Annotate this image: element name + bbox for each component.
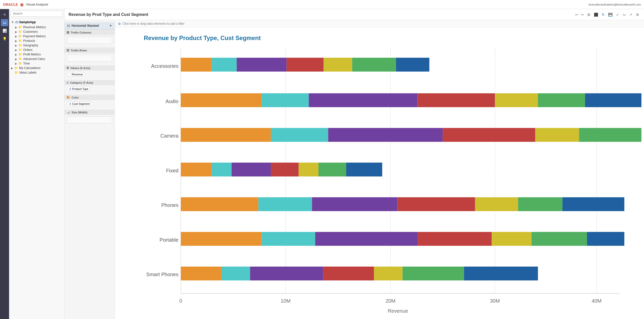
size-header[interactable]: 📊 Size (Width) [65,110,115,115]
item-arrow: ▶ [15,26,18,29]
tree-item-revenue-metrics[interactable]: ▶ 📁 Revenue Metrics [9,25,64,29]
toolbar-icons: ↩ ↪ ⊞ ⬛ ↻ 💾 ⤢ ▭ ↗ ⚙ [574,12,640,17]
tree-item-time[interactable]: ▶ 📁 Time [9,61,64,66]
tree-root-item[interactable]: ▼ 🗃 SampleApp [9,19,64,25]
y-label-smartphones: Smart Phones [146,272,179,277]
item-label: Profit Metrics [23,53,41,56]
bar-fixed-6 [346,163,382,176]
grammar-section-size: 📊 Size (Width) [65,110,115,125]
root-arrow: ▼ [11,20,14,24]
tree-item-my-calculations[interactable]: ▶ 📁 My Calculations [9,66,64,70]
tree-item-geography[interactable]: ▶ 📁 Geography [9,43,64,48]
bar-fixed-0 [181,163,212,176]
folder-icon: 📁 [18,25,22,29]
bar-camera-4 [535,128,579,142]
folder-icon: 📁 [18,39,22,43]
x-tick-0: 0 [179,298,182,304]
undo-button[interactable]: ↩ [574,12,579,17]
folder-icon: 📁 [18,48,22,52]
share-icon[interactable]: ↗ [629,12,633,17]
tree-item-orders[interactable]: ▶ 📁 Orders [9,48,64,52]
trellis-columns-header[interactable]: ⊞ Trellis Columns [65,29,115,35]
filter-plus-icon: ⊕ [118,22,121,26]
folder-icon: 📁 [18,44,22,47]
bar-camera-5 [579,128,641,142]
bar-smartphones-0 [181,267,221,280]
export-icon[interactable]: ⬛ [593,12,599,17]
bar-accessories-0 [181,58,212,72]
filter-bar[interactable]: ⊕ Click here or drag data elements to ad… [115,20,644,27]
filter-placeholder: Click here or drag data elements to add … [122,22,184,25]
bar-phones-1 [259,197,312,211]
sidebar-icon-chart[interactable]: 📊 [1,27,8,34]
bar-fixed-4 [299,163,318,176]
bar-audio-6 [585,93,641,107]
bar-portable-2 [315,232,418,246]
bar-accessories-6 [396,58,429,72]
trellis-rows-body [65,53,115,63]
grammar-section-category: A Category (Y-Axis) A Product Type [65,80,115,93]
trellis-columns-drop-zone[interactable] [67,37,112,44]
color-header[interactable]: 🎨 Color [65,95,115,100]
trellis-rows-drop-zone[interactable] [67,55,112,62]
category-yaxis-header[interactable]: A Category (Y-Axis) [65,80,115,85]
icon-sidebar: ≡ 🗂 📊 💡 [0,9,9,319]
bar-camera-3 [443,128,535,142]
trellis-columns-body [65,35,115,45]
bar-accessories-2 [237,58,286,72]
bar-accessories-3 [286,58,324,72]
pill-cust-segment[interactable]: A Cust Segment [67,102,92,106]
redo-button[interactable]: ↪ [580,12,585,17]
settings-icon[interactable]: ⚙ [635,12,640,17]
bar-audio-5 [538,93,585,107]
size-drop-zone[interactable] [67,116,112,123]
sidebar-icon-menu[interactable]: ≡ [1,11,8,18]
fullscreen-icon[interactable]: ⤢ [615,12,620,17]
trellis-columns-label: Trellis Columns [71,31,91,34]
sidebar-icon-lightbulb[interactable]: 💡 [1,35,8,42]
bar-audio-0 [181,93,262,107]
category-yaxis-label: Category (Y-Axis) [70,81,93,84]
chart-type-icon-display: ⊟ [67,24,70,28]
refresh-icon[interactable]: ↻ [601,12,605,17]
chart-container: ⊕ Click here or drag data elements to ad… [115,20,644,319]
grammar-section-values: ⊞ Values (X-Axis) ~ Revenue [65,65,115,78]
values-xaxis-header[interactable]: ⊞ Values (X-Axis) [65,65,115,71]
bar-portable-1 [262,232,315,246]
sidebar-icon-data[interactable]: 🗂 [1,19,8,26]
save-icon[interactable]: 💾 [607,12,613,17]
size-icon: 📊 [67,111,70,114]
search-input[interactable] [11,11,63,17]
x-tick-30m: 30M [490,298,500,304]
bar-camera-0 [181,128,271,142]
trellis-rows-header[interactable]: ⊟ Trellis Rows [65,47,115,53]
page-title: Revenue by Prod Type and Cust Segment [69,12,148,17]
tree-item-profit-metrics[interactable]: ▶ 📁 Profit Metrics [9,52,64,57]
item-label: Revenue Metrics [23,25,46,29]
folder-icon: 📁 [14,71,18,74]
tree-item-customers[interactable]: ▶ 📁 Customers [9,29,64,34]
grammar-section-trellis-rows: ⊟ Trellis Rows [65,47,115,63]
tree-item-payment-metrics[interactable]: ▶ 📁 Payment Metrics [9,34,64,39]
nav-arrows: ↩ ↪ [574,12,585,17]
chart-type-icon[interactable]: ⊞ [587,12,591,17]
x-tick-40m: 40M [592,298,601,304]
item-label: My Calculations [19,66,41,70]
grammar-section-trellis-columns: ⊞ Trellis Columns [65,29,115,45]
body-split: ⊟ Horizontal Stacked ▼ ⊞ Trellis Columns [65,20,644,319]
item-label: Value Labels [19,71,37,74]
bar-smartphones-3 [323,267,374,280]
tree-item-products[interactable]: ▶ 📁 Products [9,39,64,43]
bar-fixed-2 [232,163,271,176]
trellis-rows-icon: ⊟ [67,48,69,52]
values-icon: ⊞ [67,66,69,70]
item-arrow: ▶ [15,44,18,47]
chart-type-selector[interactable]: ⊟ Horizontal Stacked ▼ [65,22,115,29]
tree-item-value-labels[interactable]: ▶ 📁 Value Labels [9,70,64,75]
bar-smartphones-2 [250,267,323,280]
folder-icon: 📁 [14,66,18,70]
pill-product-type[interactable]: A Product Type [67,87,91,91]
present-icon[interactable]: ▭ [622,12,627,17]
pill-revenue[interactable]: ~ Revenue [67,72,85,77]
tree-item-advanced-calcs[interactable]: ▶ 📁 Advanced Calcs [9,57,64,61]
